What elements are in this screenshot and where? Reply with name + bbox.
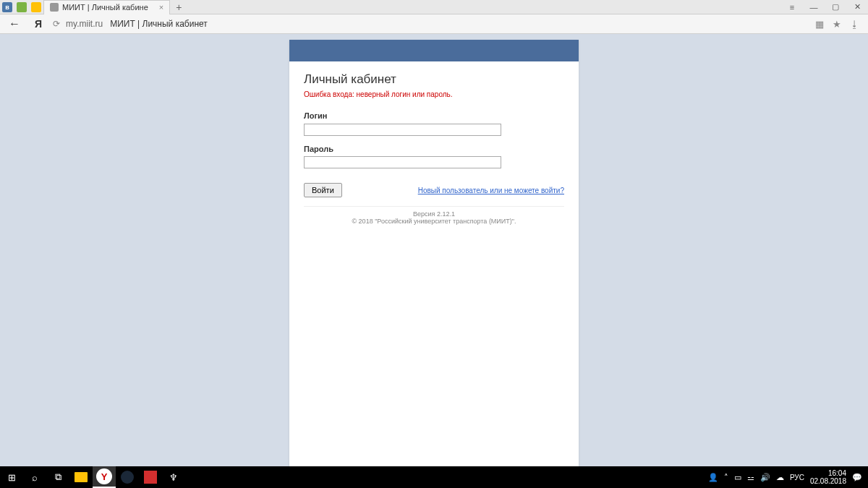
tray-volume-icon[interactable]: 🔊: [760, 473, 770, 482]
window-controls: ≡ — ▢ ✕: [781, 0, 868, 14]
taskbar: ⊞ ⌕ ⧉ Y ♆ 👤 ˄ ▭ ⚍ 🔊 ☁ РУС 16:04 02.08.20…: [0, 466, 868, 488]
search-button[interactable]: ⌕: [23, 466, 46, 488]
reload-icon[interactable]: ⟳: [53, 19, 60, 29]
system-tray: 👤 ˄ ▭ ⚍ 🔊 ☁ РУС 16:04 02.08.2018 💬: [708, 469, 868, 485]
browser-tab-bar: в МИИТ | Личный кабине × + ≡ — ▢ ✕: [0, 0, 868, 14]
taskbar-app-mu[interactable]: ♆: [162, 466, 185, 488]
version-text: Версия 2.12.1: [304, 210, 564, 218]
tab-favicon: [50, 3, 59, 12]
login-panel: Личный кабинет Ошибка входа: неверный ло…: [289, 40, 579, 466]
maximize-button[interactable]: ▢: [825, 0, 846, 14]
submit-row: Войти Новый пользователь или не можете в…: [304, 183, 564, 197]
page-title: Личный кабинет: [304, 72, 564, 87]
hamburger-icon[interactable]: ≡: [781, 0, 803, 14]
pinned-tab-2[interactable]: [14, 0, 29, 14]
help-link[interactable]: Новый пользователь или не можете войти?: [418, 187, 564, 194]
login-input[interactable]: [304, 124, 501, 136]
page-content: Личный кабинет Ошибка входа: неверный ло…: [0, 34, 868, 466]
tray-time: 16:04: [810, 469, 846, 477]
minimize-button[interactable]: —: [803, 0, 825, 14]
address-bar: ← Я ⟳ my.miit.ru МИИТ | Личный кабинет ▦…: [0, 14, 868, 34]
url-domain: my.miit.ru: [66, 19, 103, 29]
panel-footer: Версия 2.12.1 © 2018 "Российский универс…: [304, 206, 564, 231]
address-bar-right: ▦ ★ ⭳: [815, 19, 859, 30]
extension-icon[interactable]: ▦: [815, 19, 824, 30]
taskbar-steam[interactable]: [116, 466, 139, 488]
taskbar-yandex-browser[interactable]: Y: [93, 466, 116, 488]
back-button[interactable]: ←: [9, 17, 20, 30]
task-view-button[interactable]: ⧉: [46, 466, 69, 488]
url-field[interactable]: ⟳ my.miit.ru МИИТ | Личный кабинет: [53, 19, 815, 29]
active-tab[interactable]: МИИТ | Личный кабине ×: [43, 0, 170, 14]
password-label: Пароль: [304, 145, 564, 153]
password-group: Пароль: [304, 145, 564, 169]
tray-wifi-icon[interactable]: ⚍: [747, 473, 754, 482]
tab-title: МИИТ | Личный кабине: [62, 3, 148, 12]
tray-battery-icon[interactable]: ▭: [734, 473, 741, 482]
error-message: Ошибка входа: неверный логин или пароль.: [304, 90, 564, 98]
tray-people-icon[interactable]: 👤: [708, 473, 718, 482]
bookmark-icon[interactable]: ★: [833, 19, 841, 30]
pinned-tab-vk[interactable]: в: [0, 0, 14, 14]
tray-chevron-up-icon[interactable]: ˄: [724, 473, 728, 482]
taskbar-explorer[interactable]: [69, 466, 93, 488]
tray-notifications-icon[interactable]: 💬: [852, 473, 862, 482]
url-page-title: МИИТ | Личный кабинет: [110, 19, 208, 29]
password-input[interactable]: [304, 156, 501, 168]
start-button[interactable]: ⊞: [0, 466, 23, 488]
taskbar-app-red[interactable]: [139, 466, 162, 488]
tray-language[interactable]: РУС: [790, 474, 804, 481]
panel-body: Личный кабинет Ошибка входа: неверный ло…: [289, 61, 579, 238]
download-icon[interactable]: ⭳: [850, 19, 859, 30]
pinned-tabs: в: [0, 0, 43, 14]
tray-date: 02.08.2018: [810, 477, 846, 485]
copyright-text: © 2018 "Российский университет транспорт…: [304, 218, 564, 225]
login-group: Логин: [304, 111, 564, 136]
close-window-button[interactable]: ✕: [846, 0, 868, 14]
tab-close-icon[interactable]: ×: [159, 3, 163, 12]
panel-header: [289, 40, 579, 61]
tray-clock[interactable]: 16:04 02.08.2018: [810, 469, 846, 485]
yandex-logo[interactable]: Я: [35, 18, 42, 30]
new-tab-button[interactable]: +: [170, 1, 187, 13]
submit-button[interactable]: Войти: [304, 183, 342, 197]
login-label: Логин: [304, 111, 564, 120]
tray-cloud-icon[interactable]: ☁: [776, 473, 784, 482]
pinned-tab-3[interactable]: [29, 0, 43, 14]
